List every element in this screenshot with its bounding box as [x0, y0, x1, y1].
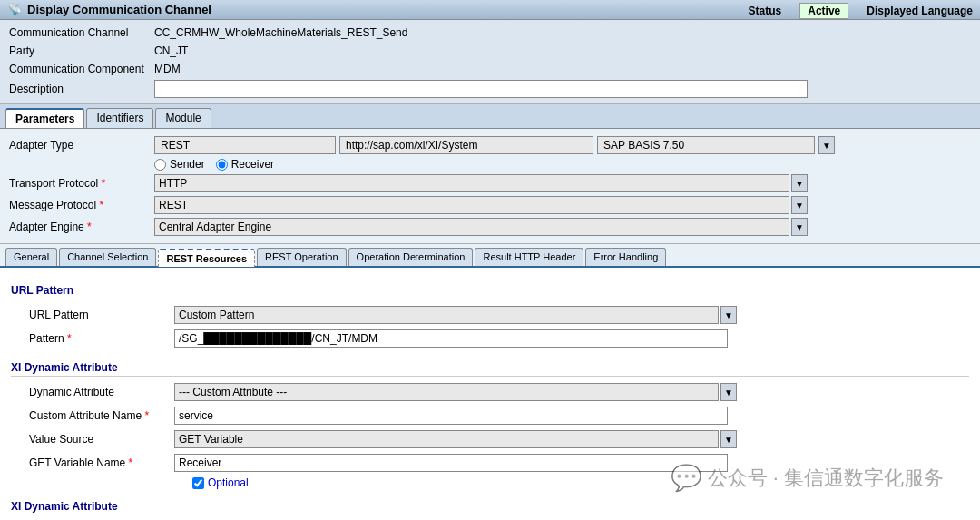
pattern-label: Pattern [11, 332, 174, 345]
message-protocol-row: Message Protocol ▼ [9, 194, 971, 216]
lang-label: Displayed Language [867, 5, 973, 17]
value-source-input [174, 430, 719, 448]
adapter-type-value: REST [154, 136, 336, 154]
custom-attr-name-label: Custom Attribute Name [11, 409, 174, 422]
message-protocol-input [154, 196, 789, 214]
sub-tab-rest-resources[interactable]: REST Resources [158, 249, 255, 267]
sub-tab-result-http-header[interactable]: Result HTTP Header [475, 248, 583, 266]
sub-tab-error-handling[interactable]: Error Handling [585, 248, 666, 266]
description-row: Description [9, 78, 971, 100]
sub-tabs: General Channel Selection REST Resources… [0, 244, 980, 268]
tab-parameters[interactable]: Parameters [5, 108, 84, 128]
main-tabs: Parameters Identifiers Module [0, 104, 980, 129]
status-label: Status [749, 5, 782, 17]
dynamic-attr-1-input [174, 383, 719, 401]
url-pattern-row: URL Pattern ▼ [11, 303, 969, 327]
adapter-dropdown-btn[interactable]: ▼ [818, 136, 835, 154]
message-dropdown-btn[interactable]: ▼ [791, 196, 808, 214]
status-bar: Status Active Displayed Language [749, 3, 973, 19]
tab-module[interactable]: Module [155, 108, 211, 128]
adapter-version: SAP BASIS 7.50 [597, 136, 815, 154]
adapter-type-row: Adapter Type REST http://sap.com/xi/XI/S… [9, 134, 971, 156]
comm-component-row: Communication Component MDM [9, 60, 971, 78]
get-variable-name-label: GET Variable Name [11, 456, 174, 469]
title-text: Display Communication Channel [27, 3, 211, 16]
get-variable-name-input[interactable] [174, 454, 728, 472]
message-protocol-label: Message Protocol [9, 199, 154, 211]
optional-label: Optional [208, 476, 249, 489]
title-bar: 📡 Display Communication Channel Status A… [0, 0, 980, 20]
party-row: Party CN_JT [9, 42, 971, 60]
comm-channel-row: Communication Channel CC_CRMHW_WholeMach… [9, 24, 971, 42]
sub-tab-rest-operation[interactable]: REST Operation [257, 248, 347, 266]
adapter-type-label: Adapter Type [9, 139, 154, 152]
party-label: Party [9, 44, 154, 57]
title-icon: 📡 [7, 3, 22, 16]
url-pattern-select: ▼ [174, 306, 737, 324]
transport-protocol-row: Transport Protocol ▼ [9, 172, 971, 194]
value-source-row: Value Source ▼ [11, 427, 969, 451]
dynamic-attr-1-label: Dynamic Attribute [11, 386, 174, 398]
value-source-select: ▼ [174, 430, 737, 448]
url-pattern-dropdown-btn[interactable]: ▼ [720, 306, 737, 324]
party-value: CN_JT [154, 44, 188, 57]
sender-radio[interactable]: Sender [154, 158, 205, 171]
adapter-type-fields: REST http://sap.com/xi/XI/System SAP BAS… [154, 136, 835, 154]
dynamic-attr-1-select: ▼ [174, 383, 737, 401]
get-variable-name-row: GET Variable Name [11, 451, 969, 475]
transport-protocol-input [154, 174, 789, 192]
comm-channel-value: CC_CRMHW_WholeMachineMaterials_REST_Send [154, 26, 407, 39]
description-label: Description [9, 83, 154, 95]
adapter-engine-input [154, 218, 789, 236]
custom-attr-name-input[interactable] [174, 407, 728, 425]
transport-dropdown-btn[interactable]: ▼ [791, 174, 808, 192]
url-pattern-input [174, 306, 719, 324]
value-source-dropdown-btn[interactable]: ▼ [720, 430, 737, 448]
description-input[interactable] [154, 80, 808, 98]
comm-component-value: MDM [154, 63, 181, 75]
dynamic-attr-1-dropdown-btn[interactable]: ▼ [720, 383, 737, 401]
receiver-radio[interactable]: Receiver [216, 158, 274, 171]
content-area: URL Pattern URL Pattern ▼ Pattern XI Dyn… [0, 268, 980, 520]
pattern-row: Pattern [11, 327, 969, 350]
engine-dropdown-btn[interactable]: ▼ [791, 218, 808, 236]
comm-component-label: Communication Component [9, 63, 154, 75]
pattern-input[interactable] [174, 329, 728, 348]
xi-dynamic-attr-1-header: XI Dynamic Attribute [11, 361, 969, 377]
sub-tab-operation-determination[interactable]: Operation Determination [348, 248, 474, 266]
optional-checkbox[interactable] [192, 477, 204, 489]
adapter-engine-row: Adapter Engine ▼ [9, 216, 971, 238]
url-pattern-header: URL Pattern [11, 284, 969, 299]
adapter-url: http://sap.com/xi/XI/System [339, 136, 593, 154]
url-pattern-label: URL Pattern [11, 309, 174, 321]
sub-tab-channel-selection[interactable]: Channel Selection [59, 248, 156, 266]
tab-identifiers[interactable]: Identifiers [86, 108, 153, 128]
sub-tab-general[interactable]: General [5, 248, 57, 266]
value-source-label: Value Source [11, 433, 174, 446]
comm-channel-label: Communication Channel [9, 26, 154, 39]
sender-receiver-group: Sender Receiver [9, 156, 971, 172]
adapter-engine-select-wrapper: ▼ [154, 218, 808, 236]
transport-protocol-label: Transport Protocol [9, 177, 154, 190]
form-section: Communication Channel CC_CRMHW_WholeMach… [0, 20, 980, 104]
dynamic-attr-1-row: Dynamic Attribute ▼ [11, 380, 969, 404]
optional-row: Optional [11, 475, 969, 489]
adapter-engine-label: Adapter Engine [9, 221, 154, 233]
status-value: Active [799, 3, 848, 19]
message-protocol-select-wrapper: ▼ [154, 196, 808, 214]
xi-dynamic-attr-2-header: XI Dynamic Attribute [11, 500, 969, 515]
custom-attr-name-row: Custom Attribute Name [11, 404, 969, 427]
parameters-section: Adapter Type REST http://sap.com/xi/XI/S… [0, 129, 980, 244]
transport-protocol-select-wrapper: ▼ [154, 174, 808, 192]
